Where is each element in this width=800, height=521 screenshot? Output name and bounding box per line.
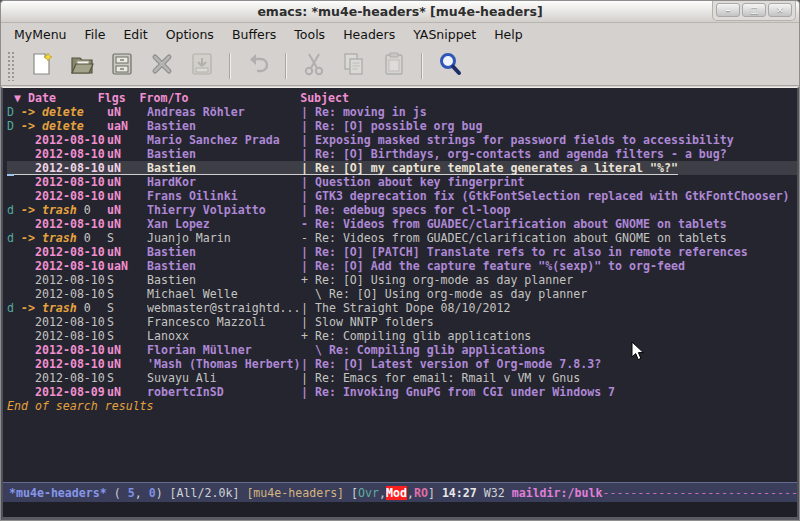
save-icon bbox=[109, 51, 135, 81]
message-row[interactable]: 2012-08-10uNBastien| Re: [O] [PATCH] Tra… bbox=[7, 245, 797, 259]
modeline-segment-plain: W32 bbox=[484, 486, 512, 500]
toolbar-drag-handle[interactable] bbox=[7, 51, 16, 81]
open-folder-button[interactable] bbox=[67, 51, 97, 81]
message-row[interactable]: 2012-08-10uN'Mash (Thomas Herbert)| Re: … bbox=[7, 357, 797, 371]
message-row[interactable]: 2012-08-10uNXan Lopez- Re: Videos from G… bbox=[7, 217, 797, 231]
cell-flags: uN bbox=[107, 147, 147, 161]
headers-header-line[interactable]: ▼ Date Flgs From/To Subject bbox=[7, 91, 797, 105]
cell-subject: - Re: Videos from GUADEC/clarification a… bbox=[301, 231, 797, 245]
cell-from: Mario Sanchez Prada bbox=[147, 133, 301, 147]
cell-subject: | Exposing masked strings for password f… bbox=[301, 133, 797, 147]
cell-from: Bastien bbox=[147, 161, 301, 175]
save-as-button bbox=[187, 51, 217, 81]
copy-icon bbox=[341, 51, 367, 81]
cell-date: d -> trash 0 bbox=[7, 203, 107, 217]
save-button[interactable] bbox=[107, 51, 137, 81]
modeline-segment-num: 5 bbox=[128, 486, 135, 500]
cell-date: 2012-08-10 bbox=[7, 245, 107, 259]
cell-subject: + Re: Compiling glib applications bbox=[301, 329, 797, 343]
echo-area[interactable] bbox=[3, 502, 797, 517]
cell-subject: - Re: Videos from GUADEC/clarification a… bbox=[301, 217, 797, 231]
toolbar-separator bbox=[229, 53, 231, 79]
cell-date: D -> delete bbox=[7, 119, 107, 133]
menu-help[interactable]: Help bbox=[485, 25, 532, 44]
message-row[interactable]: 2012-08-10uNFrans Oilinki| GTK3 deprecat… bbox=[7, 189, 797, 203]
menu-mymenu[interactable]: MyMenu bbox=[5, 25, 76, 44]
cell-subject: | Re: edebug specs for cl-loop bbox=[301, 203, 797, 217]
cell-flags: uN bbox=[107, 217, 147, 231]
menu-edit[interactable]: Edit bbox=[114, 25, 156, 44]
message-row[interactable]: 2012-08-10SFrancesco Mazzoli| Slow NNTP … bbox=[7, 315, 797, 329]
cell-from: Bastien bbox=[147, 259, 301, 273]
menu-file[interactable]: File bbox=[76, 25, 115, 44]
search-button[interactable] bbox=[435, 51, 465, 81]
cell-flags: uaN bbox=[107, 119, 147, 133]
cell-from: Frans Oilinki bbox=[147, 189, 301, 203]
message-row[interactable]: 2012-08-10uNBastien| Re: [O] Birthdays, … bbox=[7, 147, 797, 161]
message-row[interactable]: d -> trash 0uNThierry Volpiatto| Re: ede… bbox=[7, 203, 797, 217]
window-controls: –□✕ bbox=[712, 1, 796, 21]
modeline-segment-plain: , bbox=[379, 486, 386, 500]
cell-date: d -> trash 0 bbox=[7, 231, 107, 245]
message-row[interactable]: D -> deleteuNAndreas Röhler| Re: moving … bbox=[7, 105, 797, 119]
cell-from: webmaster@straightd... bbox=[147, 301, 301, 315]
cell-subject: | Re: [O] Latest version of Org-mode 7.8… bbox=[301, 357, 797, 371]
emacs-frame: ▼ Date Flgs From/To Subject D -> deleteu… bbox=[1, 87, 799, 520]
cell-date: 2012-08-10 bbox=[7, 133, 107, 147]
message-row[interactable]: D -> deleteuaNBastien| Re: [O] possible … bbox=[7, 119, 797, 133]
minimize-button[interactable]: – bbox=[716, 3, 740, 17]
maximize-button[interactable]: □ bbox=[742, 3, 766, 17]
modeline-segment-minor: [mu4e-headers] bbox=[246, 486, 351, 500]
undo-icon bbox=[245, 51, 271, 81]
cell-flags: uN bbox=[107, 245, 147, 259]
message-row[interactable]: d -> trash 0Swebmaster@straightd...| The… bbox=[7, 301, 797, 315]
cell-date: 2012-08-10 bbox=[7, 273, 107, 287]
cell-subject: \ Re: Compiling glib applications bbox=[301, 343, 797, 357]
menu-tools[interactable]: Tools bbox=[285, 25, 334, 44]
message-row[interactable]: 2012-08-10SBastien+ Re: [O] Using org-mo… bbox=[7, 273, 797, 287]
cell-subject: | Re: Invoking GnuPG from CGI under Wind… bbox=[301, 385, 797, 399]
message-row[interactable]: 2012-08-10SLanoxx+ Re: Compiling glib ap… bbox=[7, 329, 797, 343]
cell-subject: + Re: [O] Using org-mode as day planner bbox=[301, 273, 797, 287]
message-row[interactable]: 2012-08-10SMichael Welle \ Re: [O] Using… bbox=[7, 287, 797, 301]
message-row[interactable]: 2012-08-10uNMario Sanchez Prada| Exposin… bbox=[7, 133, 797, 147]
cell-subject: | Slow NNTP folders bbox=[301, 315, 797, 329]
undo-button bbox=[243, 51, 273, 81]
new-file-icon bbox=[29, 51, 55, 81]
cell-subject: | Re: [O] Add the capture feature "%(sex… bbox=[301, 259, 797, 273]
cell-date: 2012-08-10 bbox=[7, 161, 107, 175]
toolbar bbox=[1, 46, 799, 86]
close-button[interactable]: ✕ bbox=[768, 3, 792, 17]
paste-icon bbox=[381, 51, 407, 81]
cell-flags: uN bbox=[107, 133, 147, 147]
message-row[interactable]: 2012-08-09uNrobertcInSD| Re: Invoking Gn… bbox=[7, 385, 797, 399]
cell-from: Florian Müllner bbox=[147, 343, 301, 357]
titlebar[interactable]: emacs: *mu4e-headers* [mu4e-headers] –□✕ bbox=[1, 1, 799, 23]
close-icon bbox=[149, 51, 175, 81]
cell-subject: | Re: moving in js bbox=[301, 105, 797, 119]
cell-subject: | Question about key fingerprint bbox=[301, 175, 797, 189]
message-row[interactable]: 2012-08-10uNFlorian Müllner \ Re: Compil… bbox=[7, 343, 797, 357]
menu-buffers[interactable]: Buffers bbox=[223, 25, 285, 44]
menu-options[interactable]: Options bbox=[157, 25, 223, 44]
menu-yasnippet[interactable]: YASnippet bbox=[404, 25, 485, 44]
message-row[interactable]: 2012-08-10SSuvayu Ali| Re: Emacs for ema… bbox=[7, 371, 797, 385]
cell-from: Juanjo Marin bbox=[147, 231, 301, 245]
message-row[interactable]: 2012-08-10uNHardKor| Question about key … bbox=[7, 175, 797, 189]
cell-date: 2012-08-10 bbox=[7, 147, 107, 161]
message-row[interactable]: 2012-08-10uNBastien| Re: [O] my capture … bbox=[7, 161, 797, 175]
message-row[interactable]: 2012-08-10uaNBastien| Re: [O] Add the ca… bbox=[7, 259, 797, 273]
message-row[interactable]: d -> trash 0SJuanjo Marin- Re: Videos fr… bbox=[7, 231, 797, 245]
cell-date: 2012-08-10 bbox=[7, 175, 107, 189]
new-file-button[interactable] bbox=[27, 51, 57, 81]
cell-flags: S bbox=[107, 273, 147, 287]
cell-flags: S bbox=[107, 231, 147, 245]
modeline-segment-plain: ] bbox=[428, 486, 442, 500]
menu-headers[interactable]: Headers bbox=[334, 25, 404, 44]
cell-subject: \ Re: [O] Using org-mode as day planner bbox=[301, 287, 797, 301]
cell-from: Bastien bbox=[147, 147, 301, 161]
cell-subject: | The Straight Dope 08/10/2012 bbox=[301, 301, 797, 315]
cell-from: 'Mash (Thomas Herbert) bbox=[147, 357, 301, 371]
cell-flags: uN bbox=[107, 357, 147, 371]
close-buffer-button[interactable] bbox=[147, 51, 177, 81]
